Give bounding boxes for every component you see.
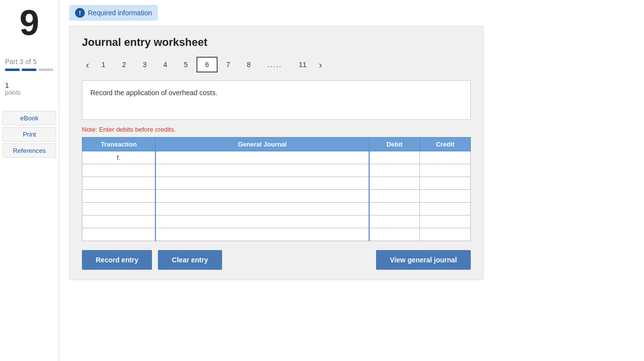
progress-bar (2, 69, 53, 71)
general-journal-cell-4[interactable] (155, 190, 369, 203)
required-text: Required information (88, 9, 152, 17)
general-journal-input-1[interactable] (156, 151, 369, 164)
table-row (82, 216, 471, 228)
debit-cell-6[interactable] (369, 216, 420, 228)
clear-entry-button[interactable]: Clear entry (158, 250, 222, 270)
sidebar-buttons: eBook Print References (2, 111, 56, 158)
note-suffix: Enter debits before credits. (99, 126, 176, 133)
debit-cell-2[interactable] (369, 164, 420, 177)
transaction-cell-6 (82, 216, 155, 228)
print-button[interactable]: Print (2, 127, 56, 142)
required-banner: ! Required information (69, 5, 158, 21)
col-debit: Debit (369, 138, 420, 151)
debit-input-1[interactable] (370, 151, 419, 164)
debit-input-2[interactable] (370, 164, 419, 177)
action-buttons: Record entry Clear entry View general jo… (82, 250, 471, 270)
part-label-of: of 5 (25, 58, 37, 66)
credit-input-3[interactable] (420, 177, 470, 189)
credit-cell-2[interactable] (420, 164, 471, 177)
credit-input-5[interactable] (420, 203, 470, 215)
debit-input-7[interactable] (370, 228, 419, 241)
part-label: Part 3 of 5 (2, 58, 37, 66)
general-journal-cell-7[interactable] (155, 228, 369, 241)
credit-cell-3[interactable] (420, 177, 471, 190)
table-row (82, 228, 471, 241)
credit-input-2[interactable] (420, 164, 470, 177)
credit-cell-5[interactable] (420, 203, 471, 216)
tab-3[interactable]: 3 (134, 57, 155, 72)
col-transaction: Transaction (82, 138, 155, 151)
note-text: Note: Enter debits before credits. (82, 126, 471, 133)
debit-input-4[interactable] (370, 190, 419, 202)
debit-input-3[interactable] (370, 177, 419, 189)
tab-5[interactable]: 5 (176, 57, 196, 72)
progress-seg-3 (38, 69, 53, 71)
credit-input-4[interactable] (420, 190, 470, 202)
points-label: points (5, 89, 21, 96)
next-tab-button[interactable]: › (315, 57, 326, 72)
credit-cell-1[interactable] (420, 151, 471, 164)
general-journal-cell-3[interactable] (155, 177, 369, 190)
page-layout: 9 Part 3 of 5 1 points eBook Print Refer… (0, 0, 644, 361)
general-journal-input-5[interactable] (156, 203, 369, 215)
prev-tab-button[interactable]: ‹ (82, 57, 93, 72)
general-journal-input-6[interactable] (156, 216, 369, 228)
sidebar: 9 Part 3 of 5 1 points eBook Print Refer… (0, 0, 59, 361)
worksheet-title: Journal entry worksheet (82, 36, 471, 49)
tab-4[interactable]: 4 (155, 57, 176, 72)
table-row (82, 190, 471, 203)
table-row (82, 164, 471, 177)
ebook-button[interactable]: eBook (2, 111, 56, 125)
tab-navigation: ‹ 1 2 3 4 5 6 7 8 ..... 11 › (82, 57, 471, 72)
progress-seg-2 (22, 69, 37, 71)
worksheet-container: Journal entry worksheet ‹ 1 2 3 4 5 6 7 … (69, 26, 484, 280)
view-general-journal-button[interactable]: View general journal (376, 250, 471, 270)
credit-input-1[interactable] (420, 151, 470, 164)
credit-cell-6[interactable] (420, 216, 471, 228)
table-row (82, 203, 471, 216)
credit-cell-4[interactable] (420, 190, 471, 203)
general-journal-cell-5[interactable] (155, 203, 369, 216)
tab-8[interactable]: 8 (238, 57, 259, 72)
general-journal-cell-1[interactable] (155, 151, 369, 164)
record-entry-button[interactable]: Record entry (82, 250, 152, 270)
debit-input-5[interactable] (370, 203, 419, 215)
debit-cell-1[interactable] (369, 151, 420, 164)
tab-6[interactable]: 6 (196, 57, 218, 72)
transaction-cell-3 (82, 177, 155, 190)
general-journal-input-7[interactable] (156, 228, 369, 241)
instruction-box: Record the application of overhead costs… (82, 80, 471, 120)
tab-1[interactable]: 1 (93, 57, 114, 72)
debit-cell-5[interactable] (369, 203, 420, 216)
credit-input-6[interactable] (420, 216, 470, 228)
general-journal-input-3[interactable] (156, 177, 369, 189)
general-journal-input-2[interactable] (156, 164, 369, 177)
col-general-journal: General Journal (155, 138, 369, 151)
tab-7[interactable]: 7 (218, 57, 238, 72)
general-journal-cell-2[interactable] (155, 164, 369, 177)
tab-dots: ..... (259, 57, 290, 72)
transaction-cell-4 (82, 190, 155, 203)
instruction-text: Record the application of overhead costs… (90, 89, 462, 97)
references-button[interactable]: References (2, 144, 56, 158)
col-credit: Credit (420, 138, 471, 151)
table-row: f. (82, 151, 471, 164)
debit-cell-7[interactable] (369, 228, 420, 241)
credit-input-7[interactable] (420, 228, 470, 241)
credit-cell-7[interactable] (420, 228, 471, 241)
note-prefix: Note: (82, 126, 97, 133)
debit-input-6[interactable] (370, 216, 419, 228)
tab-2[interactable]: 2 (114, 57, 134, 72)
general-journal-input-4[interactable] (156, 190, 369, 202)
debit-cell-4[interactable] (369, 190, 420, 203)
transaction-cell-1: f. (82, 151, 155, 164)
transaction-cell-2 (82, 164, 155, 177)
part-label-bold: Part 3 (5, 58, 23, 66)
problem-number: 9 (19, 5, 39, 40)
points-value: 1 (5, 81, 21, 89)
table-row (82, 177, 471, 190)
debit-cell-3[interactable] (369, 177, 420, 190)
info-icon: ! (75, 8, 85, 18)
tab-11[interactable]: 11 (291, 57, 315, 72)
general-journal-cell-6[interactable] (155, 216, 369, 228)
